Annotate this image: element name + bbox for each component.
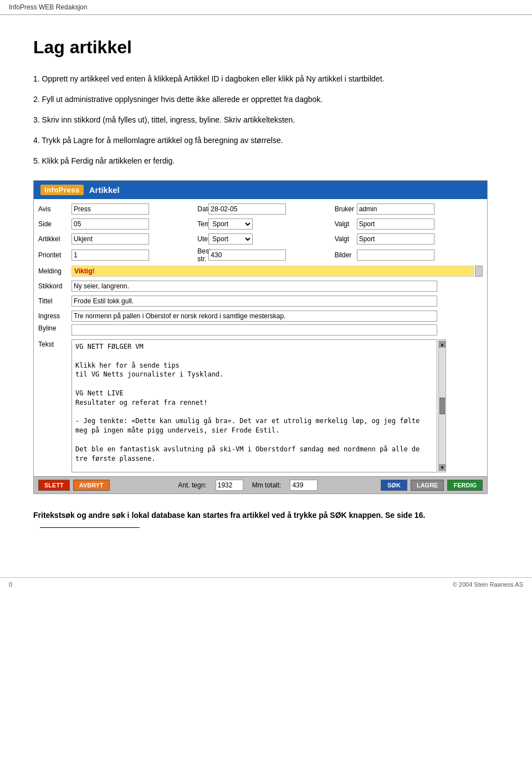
dato-input[interactable] [208,204,286,215]
ingress-input[interactable] [71,311,437,322]
slett-button[interactable]: SLETT [38,480,70,491]
scroll-up-arrow[interactable]: ▲ [439,341,446,348]
avbryt-button[interactable]: AVBRYT [73,480,110,491]
artikkel-section [71,233,197,245]
tekst-label: Tekst [38,339,71,348]
article-panel: InfoPress Artikkel Avis Dato Bruker [33,180,488,494]
footer-note: Fritekstsøk og andre søk i lokal databas… [33,510,499,533]
sok-button[interactable]: SØK [381,480,407,491]
valgt-utema-section [357,233,483,245]
ant-tegn-label: Ant. tegn: [178,481,206,489]
row-avis: Avis Dato Bruker [38,202,483,216]
valgt-tema-label: Valgt [335,220,357,228]
instruction-4-number: 4. [33,136,40,145]
bilder-input[interactable] [357,250,434,261]
utema-label: Utema [197,235,208,243]
side-label: Side [38,220,71,228]
avis-label: Avis [38,205,71,213]
instruction-3: 3. Skriv inn stikkord (må fylles ut), ti… [33,114,499,126]
prioritet-label: Prioritet [38,251,71,259]
row-byline: Byline [38,324,483,338]
instruction-2: 2. Fyll ut administrative opplysninger h… [33,94,499,105]
form-grid: Avis Dato Bruker Side Tema [34,199,487,476]
bruker-label: Bruker [335,205,357,213]
ingress-label: Ingress [38,312,71,320]
ferdig-button[interactable]: FERDIG [447,480,483,491]
lagre-button[interactable]: LAGRE [411,480,444,491]
row-melding: Melding Viktig! [38,264,483,278]
bruker-input[interactable] [357,204,434,215]
valgt-tema-input[interactable] [357,218,434,230]
tema-select[interactable]: Sport Nyheter Kultur [208,218,253,230]
melding-scrollbar [475,266,483,277]
row-prioritet: Prioritet Best str. Bilder [38,247,483,263]
avis-input[interactable] [71,204,149,215]
melding-label: Melding [38,267,71,275]
ant-tegn-input[interactable] [216,480,243,491]
dato-section [208,204,334,215]
instruction-1: 1. Opprett ny artikkeel ved enten å klik… [33,73,499,85]
stikkord-label: Stikkord [38,282,71,290]
row-tekst: Tekst VG NETT FØLGER VM Klikk her for å … [38,339,483,472]
instruction-5-number: 5. [33,156,40,165]
artikkel-input[interactable] [71,233,149,245]
row-stikkord: Stikkord [38,279,483,293]
prioritet-input[interactable] [71,250,149,261]
row-tittel: Tittel [38,294,483,308]
row-ingress: Ingress [38,309,483,323]
panel-header: InfoPress Artikkel [34,181,487,199]
side-section [71,218,197,230]
footer-right: © 2004 Stein Raaness AS [453,581,523,588]
row-side: Side Tema Sport Nyheter Kultur Valgt [38,217,483,231]
byline-label: Byline [38,324,71,332]
footer-note-text: Fritekstsøk og andre søk i lokal databas… [33,511,425,520]
instruction-5-text: Klikk på Ferdig når artikkelen er ferdig… [42,156,175,165]
melding-section: Viktig! [71,266,483,277]
panel-title: Artikkel [89,185,120,195]
valgt-tema-section [357,218,483,230]
instruction-3-number: 3. [33,115,40,124]
tekst-textarea[interactable]: VG NETT FØLGER VM Klikk her for å sende … [71,339,437,472]
scroll-thumb[interactable] [439,398,445,414]
byline-input[interactable] [71,324,437,335]
tekst-scrollbar[interactable]: ▲ ▼ [438,339,446,472]
stikkord-input[interactable] [71,281,437,292]
page-title: Lag artikkel [33,37,499,58]
bilder-label: Bilder [335,251,357,259]
instruction-1-text: Opprett ny artikkeel ved enten å klikkep… [42,74,385,83]
avis-section [71,204,197,215]
best-str-label: Best str. [197,247,208,263]
instruction-3-text: Skriv inn stikkord (må fylles ut), titte… [42,115,295,124]
page-header: InfoPress WEB Redaksjon [0,0,532,15]
bottom-bar: SLETT AVBRYT Ant. tegn: Mm totalt: SØK L… [34,476,487,494]
tekst-section: VG NETT FØLGER VM Klikk her for å sende … [71,339,446,472]
instruction-2-text: Fyll ut administrative opplysninger hvis… [42,95,323,104]
instruction-1-number: 1. [33,74,40,83]
melding-value: Viktig! [71,266,474,277]
mm-totalt-label: Mm totalt: [252,481,282,489]
instruction-4-text: Trykk på Lagre for å mellomlagre artikke… [42,136,283,145]
dato-label: Dato [197,205,208,213]
best-str-input[interactable] [208,250,286,261]
tittel-input[interactable] [71,296,437,307]
footer-left: 0 [9,581,12,588]
instruction-5: 5. Klikk på Ferdig når artikkelen er fer… [33,155,499,167]
utema-section: Sport Nyheter Kultur [208,233,334,245]
side-input[interactable] [71,218,149,230]
prioritet-section [71,250,197,261]
infopress-logo: InfoPress [40,185,84,195]
instruction-4: 4. Trykk på Lagre for å mellomlagre arti… [33,135,499,146]
app-title: InfoPress WEB Redaksjon [9,3,87,11]
page-content: Lag artikkel 1. Opprett ny artikkeel ved… [0,15,532,555]
footer-line-decoration [40,527,140,528]
mm-totalt-input[interactable] [290,480,318,491]
scroll-down-arrow[interactable]: ▼ [439,464,446,471]
utema-select[interactable]: Sport Nyheter Kultur [208,233,253,245]
valgt-utema-label: Valgt [335,235,357,243]
tema-label: Tema [197,220,208,228]
row-artikkel: Artikkel Utema Sport Nyheter Kultur Valg… [38,232,483,246]
bruker-section [357,204,483,215]
bilder-section [357,250,483,261]
page-footer: 0 © 2004 Stein Raaness AS [0,577,532,591]
valgt-utema-input[interactable] [357,233,434,245]
